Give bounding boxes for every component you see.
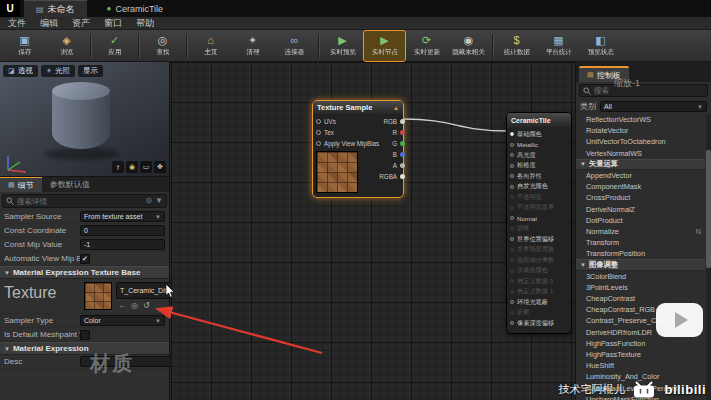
show-dropdown[interactable]: 显示	[78, 65, 103, 77]
palette-category-dropdown[interactable]: All▼	[600, 101, 707, 112]
browse-button[interactable]: ◈ 浏览	[46, 31, 87, 61]
pin-specular[interactable]	[510, 153, 514, 157]
unreal-logo-icon[interactable]: U	[0, 0, 20, 17]
palette-item[interactable]: 3PointLevels	[576, 282, 705, 293]
texture-sample-node[interactable]: Texture Sample ▲ UVs Tex Apply View MipB…	[312, 100, 404, 198]
texture-sample-node-header[interactable]: Texture Sample ▲	[313, 101, 403, 114]
pin-custom-data-0[interactable]	[510, 279, 514, 283]
palette-category-image-adjustment[interactable]: ▼图像调整	[576, 259, 705, 270]
live-update-button[interactable]: ⟳ 实时更新	[406, 31, 447, 61]
perspective-dropdown[interactable]: ◪ 透视	[3, 65, 38, 77]
use-selected-asset-icon[interactable]: ←	[118, 301, 126, 310]
palette-item[interactable]: ComponentMask	[576, 181, 705, 192]
section-material-expression[interactable]: ▼ Material Expression	[0, 342, 169, 355]
palette-item[interactable]: DotProduct	[576, 215, 705, 226]
tab-details[interactable]: ▤ 细节	[0, 177, 42, 192]
input-pin-tex[interactable]	[316, 130, 321, 135]
save-button[interactable]: ▣ 保存	[4, 31, 45, 61]
const-mip-value-input[interactable]: -1	[80, 239, 165, 250]
palette-scrollbar[interactable]	[706, 114, 711, 400]
reset-asset-icon[interactable]: ↺	[143, 301, 150, 310]
material-result-node-header[interactable]: CeramicTile	[507, 113, 571, 127]
pin-custom-data-1[interactable]	[510, 290, 514, 294]
sampler-type-dropdown[interactable]: Color▼	[80, 315, 165, 326]
pin-opacity-mask[interactable]	[510, 206, 514, 210]
screenshot-button[interactable]: ▭	[140, 161, 152, 173]
section-material-expression-texture-base[interactable]: ▼ Material Expression Texture Base	[0, 266, 169, 279]
palette-item[interactable]: 3ColorBlend	[576, 271, 705, 282]
is-default-meshpaint-checkbox[interactable]	[80, 330, 90, 340]
details-search-input[interactable]	[17, 197, 142, 206]
pin-world-position-offset[interactable]	[510, 237, 514, 241]
input-pin-uvs[interactable]	[316, 119, 321, 124]
level-tab-untitled[interactable]: ▤ 未命名	[24, 0, 87, 17]
pin-metallic[interactable]	[510, 143, 514, 147]
scrollbar-thumb[interactable]	[706, 150, 711, 268]
home-button[interactable]: ⌂ 主页	[190, 31, 231, 61]
platform-stats-button[interactable]: ▦ 平台统计	[538, 31, 579, 61]
pin-anisotropy[interactable]	[510, 174, 514, 178]
output-pin-r[interactable]	[400, 130, 405, 135]
palette-item[interactable]: AppendVector	[576, 170, 705, 181]
output-pin-rgb[interactable]	[400, 119, 405, 124]
live-preview-button[interactable]: ▶ 实时预览	[322, 31, 363, 61]
pin-world-displacement[interactable]	[510, 248, 514, 252]
texture-thumbnail[interactable]	[84, 282, 112, 310]
lit-mode-dropdown[interactable]: ☀ 光照	[41, 65, 75, 77]
palette-item[interactable]: ReflectionVectorWS	[576, 114, 705, 125]
palette-item[interactable]: CrossProduct	[576, 192, 705, 203]
palette-category-vector-ops[interactable]: ▼矢量运算	[576, 159, 705, 170]
hide-unrelated-button[interactable]: ◉ 隐藏未相关	[448, 31, 489, 61]
output-pin-a[interactable]	[400, 163, 405, 168]
palette-item[interactable]: TransformPosition	[576, 248, 705, 259]
tab-parameter-defaults[interactable]: 参数默认值	[42, 177, 98, 192]
pin-subsurface-color[interactable]	[510, 269, 514, 273]
viewport-options-button[interactable]: ✥	[154, 161, 166, 173]
pin-tessellation-multiplier[interactable]	[510, 258, 514, 262]
menu-edit[interactable]: 编辑	[40, 17, 58, 30]
sampler-source-dropdown[interactable]: From texture asset▼	[80, 211, 165, 222]
menu-file[interactable]: 文件	[8, 17, 26, 30]
palette-item[interactable]: HighPassFunction	[576, 338, 705, 349]
palette-item[interactable]: HighPassTexture	[576, 349, 705, 360]
preview-viewport[interactable]: ◪ 透视 ☀ 光照 显示 f ◉ ▭ ✥	[0, 62, 170, 176]
pin-ambient-occlusion[interactable]	[510, 300, 514, 304]
eye-icon[interactable]: ⊙	[145, 197, 152, 205]
pin-tangent[interactable]	[510, 227, 514, 231]
palette-item[interactable]: Transform	[576, 237, 705, 248]
menu-window[interactable]: 窗口	[104, 17, 122, 30]
output-pin-b[interactable]	[400, 152, 405, 157]
input-pin-apply-view-mipbias[interactable]	[316, 141, 321, 146]
live-nodes-button[interactable]: ▶ 实时节点	[364, 31, 405, 61]
apply-button[interactable]: ✓ 应用	[94, 31, 135, 61]
preview-state-button[interactable]: ◧ 预览状态	[580, 31, 621, 61]
pin-opacity[interactable]	[510, 195, 514, 199]
palette-item[interactable]: DeriveNormalZ	[576, 204, 705, 215]
connectors-button[interactable]: ∞ 连接器	[274, 31, 315, 61]
clean-graph-button[interactable]: ✦ 清理	[232, 31, 273, 61]
pin-pixel-depth-offset[interactable]	[510, 321, 514, 325]
browse-to-asset-icon[interactable]: ◎	[131, 301, 138, 310]
palette-item[interactable]: HueShift	[576, 360, 705, 371]
automatic-view-mip-bias-checkbox[interactable]	[80, 254, 90, 264]
pin-roughness[interactable]	[510, 164, 514, 168]
stats-button[interactable]: $ 统计数据	[496, 31, 537, 61]
focus-button[interactable]: f	[112, 161, 124, 173]
palette-item-normalize[interactable]: NormalizeN	[576, 226, 705, 237]
menu-help[interactable]: 帮助	[136, 17, 154, 30]
filter-icon[interactable]: ▼	[155, 197, 163, 205]
desc-input[interactable]	[80, 356, 179, 367]
realtime-toggle-button[interactable]: ◉	[126, 161, 138, 173]
pin-base-color[interactable]	[510, 132, 514, 136]
output-pin-g[interactable]	[400, 141, 405, 146]
pin-emissive-color[interactable]	[510, 185, 514, 189]
palette-search-input[interactable]	[594, 86, 704, 95]
pin-normal[interactable]	[510, 216, 514, 220]
material-graph-canvas[interactable]: Texture Sample ▲ UVs Tex Apply View MipB…	[171, 62, 575, 400]
palette-item[interactable]: RotateVector	[576, 125, 705, 136]
material-result-node[interactable]: CeramicTile 基础颜色 Metallic 高光度 粗糙度 各向异性 自…	[506, 112, 572, 334]
const-coordinate-input[interactable]: 0	[80, 225, 165, 236]
palette-item[interactable]: UnitVectorToOctahedron	[576, 136, 705, 147]
search-button[interactable]: ◎ 查找	[142, 31, 183, 61]
output-pin-rgba[interactable]	[400, 174, 405, 179]
